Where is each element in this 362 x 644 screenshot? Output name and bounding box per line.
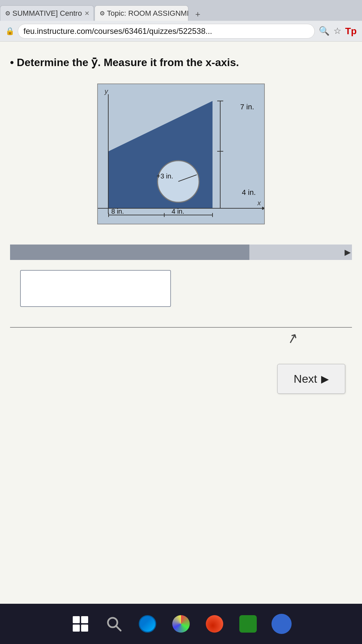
new-tab-icon: + bbox=[195, 9, 200, 19]
tab-icon-2: ⚙ bbox=[100, 10, 105, 17]
photo-app-icon bbox=[239, 615, 257, 633]
answer-input[interactable] bbox=[20, 270, 171, 307]
dim-4in-right-label: 4 in. bbox=[242, 188, 256, 197]
svg-marker-1 bbox=[109, 101, 213, 151]
taskbar-edge[interactable] bbox=[136, 612, 159, 636]
colorful-app-icon bbox=[172, 615, 190, 633]
search-icon[interactable]: 🔍 bbox=[319, 26, 329, 36]
bookmark-icon[interactable]: ☆ bbox=[334, 26, 341, 36]
next-button[interactable]: Next ▶ bbox=[277, 364, 345, 394]
scroll-area: ▶ bbox=[10, 245, 352, 260]
tab-topic[interactable]: ⚙ Topic: ROOM ASSIGNMENT FC ✕ bbox=[95, 5, 188, 21]
red-app-icon bbox=[206, 615, 223, 633]
answer-section bbox=[10, 260, 352, 324]
scroll-right-arrow[interactable]: ▶ bbox=[345, 248, 351, 257]
taskbar-red-app[interactable] bbox=[203, 612, 226, 636]
dim-8in-label: 8 in. bbox=[111, 208, 124, 215]
taskbar-search[interactable] bbox=[102, 612, 126, 636]
url-text: feu.instructure.com/courses/63461/quizze… bbox=[23, 26, 212, 36]
tab-label-1: SUMMATIVE] Centro bbox=[12, 9, 82, 18]
dim-7in-label: 7 in. bbox=[240, 103, 254, 111]
next-button-label: Next bbox=[294, 372, 317, 385]
dark-circle-icon bbox=[272, 614, 292, 634]
scroll-bar[interactable] bbox=[10, 245, 249, 260]
tab-label-2: Topic: ROOM ASSIGNMENT FC bbox=[107, 9, 188, 18]
tab-icon-1: ⚙ bbox=[5, 10, 10, 17]
dim-4in-bottom-label: 4 in. bbox=[172, 208, 184, 215]
dim-3in-label: +3 in. bbox=[157, 172, 173, 180]
taskbar-windows-start[interactable] bbox=[69, 612, 92, 636]
tab-summative[interactable]: ⚙ SUMMATIVE] Centro ✕ bbox=[0, 5, 94, 21]
edge-browser-icon bbox=[139, 615, 156, 633]
address-bar: 🔒 feu.instructure.com/courses/63461/quiz… bbox=[0, 21, 362, 42]
search-taskbar-icon bbox=[105, 615, 123, 633]
question-label: • Determine the ȳ. Measure it from the x… bbox=[10, 56, 239, 68]
question-text: • Determine the ȳ. Measure it from the x… bbox=[10, 55, 352, 70]
cursor-icon: ↗ bbox=[285, 329, 300, 347]
divider-line bbox=[10, 327, 352, 328]
windows-icon bbox=[73, 616, 88, 632]
taskbar bbox=[0, 604, 362, 644]
cursor-area: ↗ bbox=[10, 327, 352, 354]
svg-line-16 bbox=[116, 626, 121, 631]
diagram-container: y bbox=[97, 84, 265, 224]
address-icons: 🔍 ☆ Tp bbox=[319, 26, 357, 37]
diagram-svg bbox=[98, 84, 264, 224]
x-axis-label: x bbox=[257, 199, 261, 207]
next-arrow-icon: ▶ bbox=[321, 373, 329, 385]
svg-marker-5 bbox=[262, 207, 264, 210]
url-input[interactable]: feu.instructure.com/courses/63461/quizze… bbox=[18, 24, 315, 39]
next-button-area: Next ▶ bbox=[10, 354, 352, 404]
new-tab-button[interactable]: + bbox=[190, 7, 205, 21]
page-content: • Determine the ȳ. Measure it from the x… bbox=[0, 42, 362, 604]
taskbar-dark-app[interactable] bbox=[270, 612, 293, 636]
tab-bar: ⚙ SUMMATIVE] Centro ✕ ⚙ Topic: ROOM ASSI… bbox=[0, 0, 362, 21]
taskbar-color-wheel[interactable] bbox=[169, 612, 193, 636]
browser-window: ⚙ SUMMATIVE] Centro ✕ ⚙ Topic: ROOM ASSI… bbox=[0, 0, 362, 604]
taskbar-photo[interactable] bbox=[236, 612, 260, 636]
tab-close-1[interactable]: ✕ bbox=[84, 10, 89, 17]
extension-icon[interactable]: Tp bbox=[345, 26, 357, 37]
lock-icon: 🔒 bbox=[5, 27, 14, 36]
